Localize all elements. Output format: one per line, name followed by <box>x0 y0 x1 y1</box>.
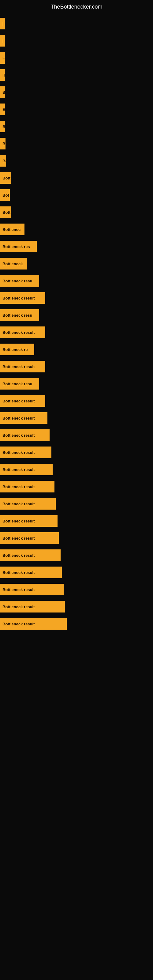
bar-row: Bottleneck result <box>0 290 153 306</box>
bar-row: Bottleneck result <box>0 393 153 409</box>
bar-label: B <box>0 86 5 98</box>
bar-label: Bottleneck result <box>0 566 62 578</box>
bar-label: Bottleneck result <box>0 430 49 441</box>
bar-row: E <box>0 101 153 117</box>
bar-label: Bott <box>0 207 11 218</box>
bar-row: Bo <box>0 153 153 169</box>
bar-label: Bottleneck result <box>0 481 54 492</box>
bar-row: B <box>0 119 153 134</box>
bar-label: Bottleneck result <box>0 532 59 544</box>
bar-row: | <box>0 16 153 32</box>
bar-label: Bottleneck resu <box>0 275 39 286</box>
bar-row: Bottleneck result <box>0 547 153 563</box>
bar-label: Bo <box>0 155 6 167</box>
bar-label: Bottleneck result <box>0 601 65 612</box>
bar-row: Bottleneck result <box>0 324 153 340</box>
bar-label: Bottleneck result <box>0 464 53 475</box>
bar-label: Bottleneck result <box>0 326 45 338</box>
bar-label: E <box>0 103 5 115</box>
bar-label: Bottleneck result <box>0 395 45 407</box>
bar-row: Bottleneck result <box>0 530 153 546</box>
bar-label: B <box>0 121 5 132</box>
bar-label: Bottleneck res <box>0 241 37 252</box>
bar-row: Bottleneck result <box>0 461 153 477</box>
bar-label: Bottleneck result <box>0 361 45 372</box>
bar-row: F <box>0 50 153 66</box>
bar-row: Bottleneck resu <box>0 376 153 392</box>
bar-row: H <box>0 67 153 83</box>
bar-row: Bottlenec <box>0 221 153 237</box>
bar-label: | <box>0 18 5 29</box>
bar-label: H <box>0 69 5 81</box>
bar-label: Bottleneck result <box>0 549 61 561</box>
bar-label: Bottleneck result <box>0 618 67 630</box>
bar-label: Bottleneck result <box>0 292 45 304</box>
bar-label: Bottleneck result <box>0 515 57 527</box>
bar-label: Bott <box>0 172 11 184</box>
bar-row: Bottleneck result <box>0 565 153 580</box>
bar-label: | <box>0 35 5 46</box>
bar-label: Bottleneck <box>0 258 27 269</box>
bar-row: Bottleneck res <box>0 239 153 255</box>
bar-row: Bottleneck re <box>0 342 153 357</box>
bar-row: Bot <box>0 187 153 203</box>
bar-label: Bot <box>0 189 10 201</box>
bar-row: Bottleneck result <box>0 599 153 615</box>
site-title: TheBottlenecker.com <box>0 0 153 13</box>
bar-row: Bott <box>0 170 153 186</box>
bar-row: Bottleneck result <box>0 616 153 632</box>
bar-label: Bottleneck result <box>0 447 51 458</box>
bar-label: Bottlenec <box>0 224 24 235</box>
bar-row: Bottleneck result <box>0 444 153 460</box>
bar-row: | <box>0 33 153 49</box>
bar-row: Bottleneck result <box>0 513 153 529</box>
bar-row: Bottleneck result <box>0 496 153 512</box>
bar-label: Bottleneck resu <box>0 378 39 390</box>
bar-row: Bott <box>0 204 153 220</box>
bar-row: Bottleneck result <box>0 427 153 443</box>
bar-label: Bottleneck re <box>0 344 34 355</box>
bar-label: F <box>0 52 5 64</box>
bar-row: Bottleneck result <box>0 359 153 375</box>
bar-row: Bottleneck resu <box>0 307 153 323</box>
bars-container: ||FHBEBBcBoBottBotBottBottlenecBottlenec… <box>0 13 153 633</box>
bar-label: Bottleneck result <box>0 412 48 424</box>
bar-label: Bottleneck result <box>0 498 56 510</box>
bar-row: Bottleneck result <box>0 410 153 426</box>
bar-row: Bottleneck result <box>0 582 153 598</box>
bar-label: Bottleneck resu <box>0 309 39 321</box>
bar-row: B <box>0 84 153 100</box>
bar-row: Bottleneck resu <box>0 273 153 289</box>
bar-row: Bc <box>0 136 153 151</box>
bar-label: Bc <box>0 138 5 150</box>
bar-row: Bottleneck <box>0 256 153 272</box>
bar-label: Bottleneck result <box>0 584 64 595</box>
bar-row: Bottleneck result <box>0 479 153 495</box>
